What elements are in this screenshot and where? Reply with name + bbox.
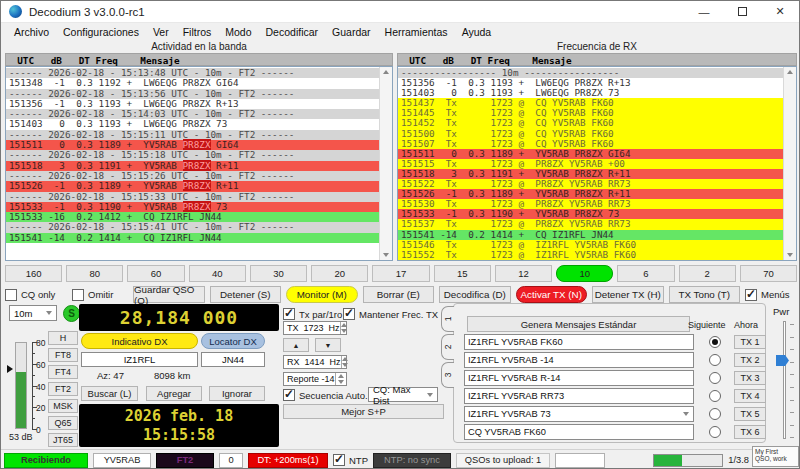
spinner-arrows-icon[interactable] bbox=[340, 322, 347, 334]
rx-offset-spinner[interactable]: RX 1414 Hz bbox=[283, 355, 347, 369]
monitor-m-button[interactable]: Monitor (M) bbox=[286, 286, 358, 303]
mode-button-h[interactable]: H bbox=[48, 331, 78, 345]
buscar-button[interactable]: Buscar (L) bbox=[81, 386, 138, 401]
dx-grid-input[interactable]: JN44 bbox=[201, 352, 265, 367]
auto-sequence-checkbox[interactable]: Secuencia Auto. bbox=[283, 389, 368, 401]
message-tab-1[interactable]: 1 bbox=[441, 306, 454, 332]
decode-row[interactable]: 151537 Tx 1723 @ PR8ZX YV5RAB RR73 bbox=[398, 219, 783, 229]
checkbox-icon[interactable] bbox=[333, 454, 345, 466]
tx-button-6[interactable]: TX 6 bbox=[734, 425, 766, 439]
band-button-60[interactable]: 60 bbox=[127, 265, 184, 282]
menu-decodificar[interactable]: Decodificar bbox=[259, 24, 326, 40]
checkbox-icon[interactable] bbox=[283, 308, 295, 320]
band-button-20[interactable]: 20 bbox=[311, 265, 368, 282]
band-button-17[interactable]: 17 bbox=[372, 265, 429, 282]
guardar-qso-q-button[interactable]: Guardar QSO (Q) bbox=[133, 286, 205, 303]
band-button-12[interactable]: 12 bbox=[495, 265, 552, 282]
next-radio-4[interactable] bbox=[709, 390, 721, 402]
dx-call-button[interactable]: Indicativo DX bbox=[81, 333, 198, 349]
scroll-down-icon[interactable] bbox=[787, 253, 793, 257]
menu-ayuda[interactable]: Ayuda bbox=[455, 24, 499, 40]
band-button-160[interactable]: 160 bbox=[5, 265, 62, 282]
freq-up-button[interactable]: ▲ bbox=[283, 338, 309, 352]
message-tab-3[interactable]: 3 bbox=[441, 362, 454, 388]
message-input-1[interactable]: IZ1RFL YV5RAB FK60 bbox=[464, 334, 694, 350]
minimize-icon[interactable]: — bbox=[685, 1, 723, 22]
band-button-30[interactable]: 30 bbox=[250, 265, 307, 282]
menu-archivo[interactable]: Archivo bbox=[7, 24, 56, 40]
power-slider-handle[interactable] bbox=[776, 355, 789, 366]
menu-guardar[interactable]: Guardar bbox=[325, 24, 378, 40]
menu-herramientas[interactable]: Herramientas bbox=[378, 24, 455, 40]
rx-frequency-scrollbar[interactable] bbox=[783, 67, 796, 260]
report-spinner[interactable]: Reporte -14 bbox=[283, 372, 347, 386]
menu-ver[interactable]: Ver bbox=[146, 24, 176, 40]
cq-mode-select[interactable]: CQ: Max Dist bbox=[368, 387, 438, 402]
frequency-display[interactable]: 28,184 000 bbox=[79, 304, 279, 331]
message-input-2[interactable]: IZ1RFL YV5RAB -14 bbox=[464, 352, 694, 368]
spinner-arrows-icon[interactable] bbox=[341, 356, 348, 368]
generate-messages-button[interactable]: Genera Mensajes Estándar bbox=[467, 316, 690, 332]
message-input-4[interactable]: IZ1RFL YV5RAB RR73 bbox=[464, 388, 694, 404]
power-slider[interactable] bbox=[783, 321, 786, 439]
tx-button-3[interactable]: TX 3 bbox=[734, 371, 766, 385]
tx-offset-spinner[interactable]: TX 1723 Hz bbox=[283, 321, 347, 335]
tx-button-5[interactable]: TX 5 bbox=[734, 407, 766, 421]
tx-button-1[interactable]: TX 1 bbox=[734, 335, 766, 349]
checkbox-icon[interactable] bbox=[745, 289, 757, 301]
tx-tono-t-button[interactable]: TX Tono (T) bbox=[669, 286, 741, 303]
next-radio-3[interactable] bbox=[709, 372, 721, 384]
mode-button-ft8[interactable]: FT8 bbox=[48, 348, 78, 362]
menu-modo[interactable]: Modo bbox=[218, 24, 258, 40]
mode-button-ft2[interactable]: FT2 bbox=[48, 382, 78, 396]
ntp-checkbox[interactable]: NTP bbox=[333, 454, 368, 466]
message-tab-2[interactable]: 2 bbox=[441, 334, 454, 360]
scroll-up-icon[interactable] bbox=[383, 70, 389, 74]
band-button-80[interactable]: 80 bbox=[66, 265, 123, 282]
spinner-arrows-icon[interactable] bbox=[335, 373, 346, 385]
spot-button[interactable]: S bbox=[63, 305, 80, 322]
checkbox-icon[interactable] bbox=[283, 389, 295, 401]
mode-button-jt65[interactable]: JT65 bbox=[48, 433, 78, 447]
next-radio-6[interactable] bbox=[709, 426, 721, 438]
agregar-button[interactable]: Agregar bbox=[146, 386, 202, 401]
tx-parity-checkbox[interactable]: Tx par/1ro bbox=[283, 308, 342, 320]
tx-button-4[interactable]: TX 4 bbox=[734, 389, 766, 403]
band-button-10[interactable]: 10 bbox=[556, 265, 613, 282]
decodifica-d-button[interactable]: Decodifica (D) bbox=[439, 286, 511, 303]
band-button-15[interactable]: 15 bbox=[434, 265, 491, 282]
message-input-3[interactable]: IZ1RFL YV5RAB R-14 bbox=[464, 370, 694, 386]
mode-button-q65[interactable]: Q65 bbox=[48, 416, 78, 430]
dx-call-input[interactable]: IZ1RFL bbox=[81, 352, 198, 367]
detener-tx-h-button[interactable]: Detener TX (H) bbox=[592, 286, 664, 303]
maximize-icon[interactable] bbox=[723, 1, 761, 22]
menus-checkbox[interactable]: Menús bbox=[745, 289, 797, 301]
hold-tx-freq-checkbox[interactable]: Mantener Frec. TX bbox=[343, 308, 438, 320]
band-button-6[interactable]: 6 bbox=[617, 265, 674, 282]
mode-button-ft4[interactable]: FT4 bbox=[48, 365, 78, 379]
omitir-checkbox[interactable]: Omitir bbox=[72, 289, 128, 301]
band-select[interactable]: 10m bbox=[9, 305, 57, 321]
freq-down-button[interactable]: ▼ bbox=[315, 338, 341, 352]
cq-only-checkbox[interactable]: CQ only bbox=[5, 289, 67, 301]
scroll-up-icon[interactable] bbox=[787, 70, 793, 74]
band-activity-scrollbar[interactable] bbox=[379, 67, 392, 260]
next-radio-2[interactable] bbox=[709, 354, 721, 366]
next-radio-1[interactable] bbox=[709, 336, 721, 348]
band-button-40[interactable]: 40 bbox=[189, 265, 246, 282]
best-sp-button[interactable]: Mejor S+P bbox=[283, 404, 444, 419]
checkbox-icon[interactable] bbox=[72, 289, 84, 301]
mode-button-msk[interactable]: MSK bbox=[48, 399, 78, 413]
detener-s-button[interactable]: Detener (S) bbox=[210, 286, 282, 303]
activar-tx-n-button[interactable]: Activar TX (N) bbox=[516, 286, 588, 303]
scroll-down-icon[interactable] bbox=[383, 253, 389, 257]
menu-filtros[interactable]: Filtros bbox=[176, 24, 219, 40]
decode-row[interactable]: 151552 Tx 1723 @ IZ1RFL YV5RAB FK60 bbox=[398, 250, 783, 260]
decode-row[interactable]: 151541 -14 0.2 1414 + CQ IZ1RFL JN44 bbox=[6, 233, 379, 243]
dx-grid-button[interactable]: Locator DX bbox=[201, 333, 265, 349]
borrar-e-button[interactable]: Borrar (E) bbox=[363, 286, 435, 303]
message-input-5[interactable]: IZ1RFL YV5RAB 73 bbox=[464, 406, 694, 422]
message-input-6[interactable]: CQ YV5RAB FK60 bbox=[464, 424, 694, 440]
checkbox-icon[interactable] bbox=[343, 308, 355, 320]
tx-button-2[interactable]: TX 2 bbox=[734, 353, 766, 367]
